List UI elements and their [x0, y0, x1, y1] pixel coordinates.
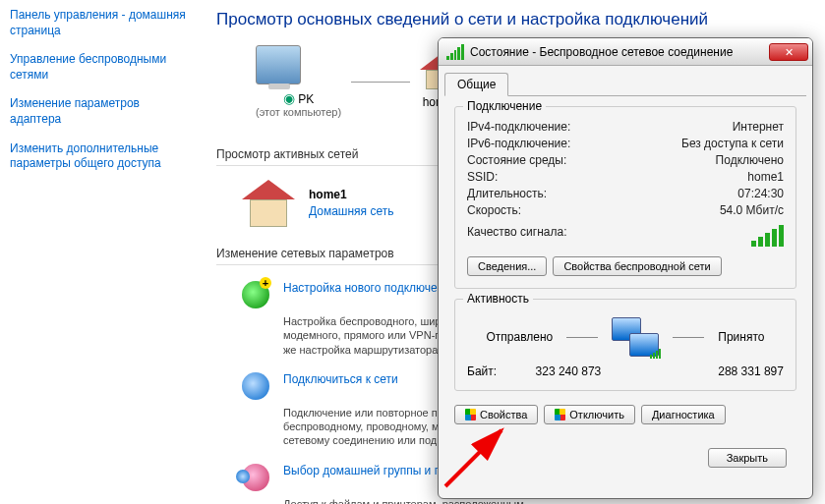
new-connection-icon	[242, 281, 269, 308]
bytes-sent: 323 240 873	[536, 364, 602, 378]
signal-icon	[446, 44, 464, 60]
ipv6-label: IPv6-подключение:	[467, 137, 570, 150]
speed-value: 54.0 Мбит/с	[720, 203, 784, 217]
map-line	[351, 82, 410, 83]
sidebar-link-adapter[interactable]: Изменение параметров адаптера	[10, 96, 187, 127]
ssid-label: SSID:	[467, 170, 498, 184]
recv-label: Принято	[718, 330, 764, 344]
homegroup-icon	[242, 464, 269, 491]
activity-line	[566, 337, 598, 338]
tabs: Общие	[444, 72, 806, 96]
duration-value: 07:24:30	[737, 187, 784, 200]
new-connection-link[interactable]: Настройка нового подключения	[283, 281, 457, 308]
house-big-icon	[242, 180, 295, 227]
properties-button[interactable]: Свойства	[454, 405, 538, 424]
connect-icon	[242, 372, 269, 400]
sidebar: Панель управления - домашняя страница Уп…	[0, 0, 197, 194]
wireless-props-button[interactable]: Свойства беспроводной сети	[553, 256, 721, 276]
sidebar-link-home[interactable]: Панель управления - домашняя страница	[10, 8, 187, 38]
activity-legend: Активность	[463, 292, 533, 306]
signal-label: Качество сигнала:	[467, 225, 566, 247]
ipv4-label: IPv4-подключение:	[467, 120, 570, 134]
speed-label: Скорость:	[467, 203, 521, 217]
duration-label: Длительность:	[467, 187, 547, 200]
network-type-link[interactable]: Домашняя сеть	[309, 204, 393, 218]
page-title: Просмотр основных сведений о сети и наст…	[216, 10, 805, 29]
shield-icon	[555, 409, 565, 420]
diagnostics-button[interactable]: Диагностика	[641, 405, 726, 424]
details-button[interactable]: Сведения...	[467, 256, 547, 276]
ipv4-value: Интернет	[733, 120, 784, 134]
ssid-value: home1	[747, 170, 784, 184]
signal-bars-icon	[751, 225, 784, 247]
titlebar[interactable]: Состояние - Беспроводное сетевое соедине…	[439, 38, 812, 66]
activity-line	[673, 337, 704, 338]
pc-icon	[256, 45, 301, 84]
connection-legend: Подключение	[463, 99, 546, 113]
sidebar-link-sharing[interactable]: Изменить дополнительные параметры общего…	[10, 141, 187, 172]
connect-link[interactable]: Подключиться к сети	[283, 372, 398, 400]
close-dialog-button[interactable]: Закрыть	[708, 448, 787, 468]
pc-name: PK	[298, 92, 314, 106]
network-name: home1	[309, 188, 393, 201]
close-button[interactable]: ✕	[769, 43, 808, 61]
sent-label: Отправлено	[487, 330, 554, 344]
connection-group: Подключение IPv4-подключение:Интернет IP…	[454, 106, 796, 289]
globe-icon: ◉	[283, 90, 295, 106]
shield-icon	[465, 409, 476, 420]
sidebar-link-wireless[interactable]: Управление беспроводными сетями	[10, 52, 187, 83]
monitors-icon	[612, 317, 659, 357]
bytes-label: Байт:	[467, 364, 497, 378]
activity-group: Активность Отправлено Принято Байт: 323 …	[454, 299, 796, 391]
dialog-title: Состояние - Беспроводное сетевое соедине…	[470, 45, 769, 59]
status-dialog: Состояние - Беспроводное сетевое соедине…	[438, 37, 813, 499]
ipv6-value: Без доступа к сети	[681, 137, 784, 150]
pc-sub: (этот компьютер)	[256, 106, 341, 118]
media-value: Подключено	[716, 153, 784, 167]
tab-general[interactable]: Общие	[444, 73, 508, 96]
disable-button[interactable]: Отключить	[544, 405, 635, 424]
bytes-recv: 288 331 897	[718, 364, 784, 378]
media-label: Состояние среды:	[467, 153, 566, 167]
